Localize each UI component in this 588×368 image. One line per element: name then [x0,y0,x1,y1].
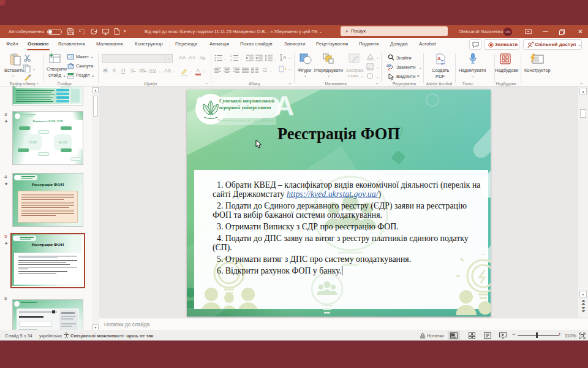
svg-text:1: 1 [230,55,232,58]
svg-text:A: A [437,56,441,61]
svg-text:2: 2 [230,59,232,61]
svg-text:A: A [283,55,287,60]
